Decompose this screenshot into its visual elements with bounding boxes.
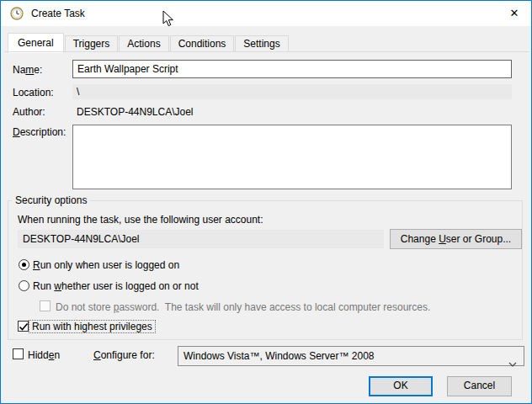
author-label: Author:: [13, 106, 45, 118]
configure-for-label: Configure for:: [93, 349, 155, 361]
description-label: Description:: [13, 126, 66, 138]
checkbox-label: Do not store password. The task will onl…: [56, 301, 430, 313]
create-task-dialog: Create Task ✕ General Triggers Actions C…: [0, 0, 532, 404]
configure-for-value: Windows Vista™, Windows Server™ 2008: [184, 350, 375, 362]
name-input[interactable]: [72, 60, 512, 78]
window-title: Create Task: [31, 8, 85, 19]
checkbox-label: Hidden: [28, 349, 60, 361]
account-hint: When running the task, use the following…: [18, 214, 263, 226]
close-button[interactable]: ✕: [497, 1, 531, 25]
configure-for-select[interactable]: Windows Vista™, Windows Server™ 2008: [178, 346, 524, 366]
ok-button[interactable]: OK: [369, 376, 433, 396]
location-label: Location:: [13, 87, 54, 98]
location-value: \: [72, 84, 512, 99]
checkbox-icon: [13, 348, 24, 359]
tab-bar: General Triggers Actions Conditions Sett…: [8, 32, 290, 52]
tab-settings[interactable]: Settings: [235, 35, 288, 52]
account-field: DESKTOP-44N9LCA\Joel: [18, 230, 384, 248]
radio-label: Run only when user is logged on: [33, 259, 179, 271]
tab-conditions[interactable]: Conditions: [170, 35, 235, 52]
mouse-cursor: [162, 10, 174, 30]
clock-icon: [10, 7, 24, 20]
radio-label: Run whether user is logged on or not: [33, 280, 199, 292]
radio-button-icon: [19, 259, 29, 270]
checkbox-checked-icon: [18, 321, 29, 332]
name-label: Name:: [13, 64, 42, 76]
chevron-down-icon: [508, 354, 517, 373]
author-value: DESKTOP-44N9LCA\Joel: [77, 106, 194, 118]
radio-button-icon: [19, 280, 29, 291]
tab-general[interactable]: General: [8, 33, 64, 53]
security-options-label: Security options: [12, 194, 90, 206]
checkbox-icon: [40, 300, 51, 311]
change-user-or-group-button[interactable]: Change User or Group...: [390, 229, 522, 249]
tab-actions[interactable]: Actions: [119, 35, 168, 52]
tab-separator-line: [4, 51, 529, 52]
title-bar: Create Task ✕: [1, 1, 531, 26]
tab-triggers[interactable]: Triggers: [65, 35, 119, 52]
checkbox-label: Run with highest privileges: [29, 320, 156, 333]
description-textarea[interactable]: [72, 125, 512, 189]
cancel-button[interactable]: Cancel: [447, 376, 512, 396]
